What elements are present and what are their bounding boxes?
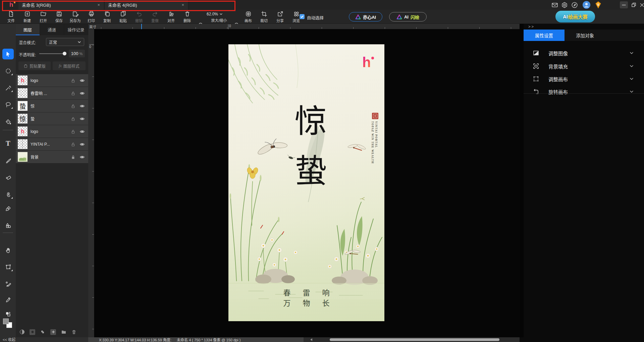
compass-icon[interactable] — [571, 2, 578, 8]
app-logo[interactable]: h — [9, 1, 13, 8]
print-button[interactable]: 打印 — [84, 11, 99, 23]
chevron-down-icon[interactable] — [629, 64, 634, 68]
crop-button[interactable]: 裁切 — [256, 11, 272, 23]
file-menu-button[interactable]: 文件 — [3, 11, 19, 23]
window-close-button[interactable] — [638, 1, 644, 8]
layer-style-button[interactable]: fx 图层样式 — [53, 61, 86, 70]
layer-row-yintai[interactable]: YINTAI P... — [16, 138, 88, 150]
align-button[interactable]: 对齐 — [163, 11, 179, 23]
group-folder-icon[interactable] — [61, 329, 66, 335]
tab-add-object[interactable]: 添加对象 — [565, 30, 605, 41]
delete-button[interactable]: 删除 — [179, 11, 195, 23]
background-fill-item[interactable]: 背景填充 — [524, 60, 644, 72]
rotate-canvas-item[interactable]: 旋转画布 — [524, 85, 644, 98]
layer-row-logo-top[interactable]: h logo — [16, 74, 88, 87]
document-tab-2-close-icon[interactable]: × — [181, 2, 185, 7]
new-button[interactable]: 新建 — [19, 11, 35, 23]
user-avatar[interactable] — [583, 1, 589, 8]
blend-mode-select[interactable]: 正常 — [46, 38, 84, 46]
eyedropper-tool[interactable] — [2, 294, 14, 305]
visibility-eye-icon[interactable] — [79, 91, 85, 96]
add-layer-icon[interactable] — [50, 329, 56, 335]
unlock-icon[interactable] — [71, 129, 75, 134]
save-button[interactable]: 保存 — [51, 11, 67, 23]
canvas-area[interactable]: 0 0 英寸 — [88, 24, 520, 337]
chevron-down-icon[interactable] — [629, 77, 634, 81]
tab-history[interactable]: 操作记录 — [64, 24, 88, 35]
chevron-down-icon[interactable] — [629, 51, 634, 55]
zoom-level-value[interactable]: 62.0% — [207, 12, 223, 16]
transform-tool[interactable] — [2, 261, 14, 272]
unlock-icon[interactable] — [71, 116, 75, 121]
paint-bucket-tool[interactable] — [2, 116, 14, 127]
tab-channels[interactable]: 通道 — [40, 24, 64, 35]
scroll-left-arrow-icon[interactable] — [310, 338, 312, 341]
paste-button[interactable]: 粘贴 — [115, 11, 131, 23]
redo-button[interactable]: 重做 — [147, 11, 163, 23]
lasso-tool[interactable] — [2, 99, 14, 110]
horizontal-scrollbar-thumb[interactable] — [330, 338, 499, 341]
visibility-eye-icon[interactable] — [79, 129, 85, 134]
collapse-panel-button[interactable]: << 收起 — [3, 337, 15, 342]
visibility-eye-icon[interactable] — [79, 116, 85, 121]
visibility-eye-icon[interactable] — [79, 142, 85, 147]
settings-icon[interactable] — [561, 2, 568, 8]
delete-layer-icon[interactable] — [71, 329, 77, 335]
hand-tool[interactable] — [2, 245, 14, 255]
layer-row-zhe[interactable]: 惊 蛰 — [16, 112, 88, 125]
mask-icon[interactable] — [30, 329, 35, 335]
mail-icon[interactable] — [551, 2, 558, 8]
magic-wand-tool[interactable] — [2, 82, 14, 93]
smudge-tool[interactable] — [2, 189, 14, 200]
ai-contest-badge[interactable]: AI绘画大赛 — [555, 11, 595, 22]
window-restore-button[interactable] — [630, 1, 638, 8]
brush-tool[interactable] — [2, 155, 14, 166]
text-tool[interactable]: T — [2, 138, 14, 149]
save-as-button[interactable]: 另存为 — [67, 11, 83, 23]
visibility-eye-icon[interactable] — [79, 78, 85, 83]
panel-collapse-control[interactable]: >> — [528, 25, 535, 29]
layer-row-jing[interactable]: 蛰 惊 — [16, 100, 88, 112]
repair-brush-tool[interactable] — [2, 278, 14, 289]
share-button[interactable]: 分享 — [272, 11, 288, 23]
clip-mask-button[interactable]: 剪贴蒙版 — [18, 61, 51, 70]
document-tab-1[interactable]: 未命名 3(RGB) × — [18, 0, 104, 10]
layer-row-background[interactable]: 背景 — [16, 151, 88, 163]
adjustment-icon[interactable] — [19, 329, 25, 335]
swap-colors-icon[interactable] — [2, 308, 14, 319]
pen-tool[interactable] — [2, 203, 14, 214]
unlock-icon[interactable] — [71, 142, 75, 147]
adjust-image-item[interactable]: 调整图像 — [524, 47, 644, 59]
document-tab-1-close-icon[interactable]: × — [97, 2, 101, 7]
window-minimize-button[interactable] — [620, 1, 628, 8]
move-tool[interactable] — [2, 49, 14, 59]
auto-select-checkbox[interactable] — [300, 14, 305, 19]
undo-button[interactable]: 撤销 — [131, 11, 147, 23]
foreground-background-swatch[interactable] — [3, 319, 13, 329]
canvas-button[interactable]: 画布 — [240, 11, 256, 23]
ai-flash-draw-button[interactable]: AI闪绘 — [389, 12, 427, 21]
visibility-eye-icon[interactable] — [79, 154, 85, 160]
duplicate-icon[interactable] — [40, 329, 46, 335]
visibility-eye-icon[interactable] — [79, 103, 85, 109]
open-button[interactable]: 打开 — [36, 11, 51, 23]
poster-document[interactable]: 惊 蛰 h YINTAI PORTAL TOPAZ WIN THE WEALTH… — [228, 44, 384, 321]
marquee-select-tool[interactable] — [2, 65, 14, 76]
opacity-slider-handle[interactable] — [63, 52, 66, 55]
shapes-tool[interactable] — [2, 220, 14, 231]
foreground-color[interactable] — [3, 319, 9, 324]
unlock-icon[interactable] — [71, 78, 75, 83]
unlock-icon[interactable] — [71, 91, 75, 96]
document-tab-2[interactable]: 未命名 4(RGB) × — [105, 0, 189, 10]
tab-property-settings[interactable]: 属性设置 — [524, 30, 565, 41]
horizontal-scrollbar[interactable] — [304, 337, 520, 342]
vip-gem-icon[interactable]: S — [594, 1, 601, 8]
lock-icon[interactable] — [71, 155, 75, 159]
yixin-ai-button[interactable]: 亦心AI — [349, 12, 382, 21]
adjust-canvas-item[interactable]: 调整画布 — [524, 72, 644, 85]
opacity-value[interactable]: 100 % — [69, 50, 85, 57]
layer-row-slogan[interactable]: 春雷响 ... — [16, 87, 88, 99]
opacity-slider[interactable] — [39, 53, 65, 54]
copy-button[interactable]: 复制 — [99, 11, 115, 23]
eraser-tool[interactable] — [2, 172, 14, 183]
